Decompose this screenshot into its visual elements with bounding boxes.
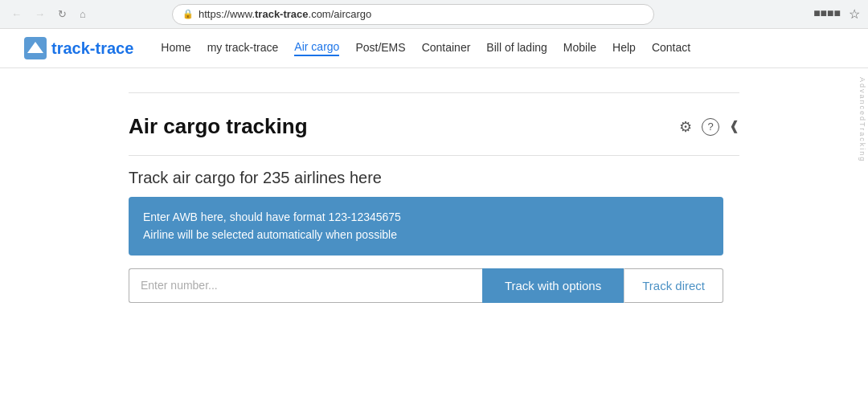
gear-icon[interactable]: ⚙ (679, 118, 692, 136)
bookmark-icon[interactable]: ☆ (849, 6, 860, 22)
browser-chrome: ← → ↻ ⌂ 🔒 https://www.track-trace.com/ai… (0, 0, 868, 29)
nav-help[interactable]: Help (612, 41, 636, 55)
nav-bill-of-lading[interactable]: Bill of lading (486, 41, 547, 55)
info-box: Enter AWB here, should have format 123-1… (129, 197, 723, 256)
forward-button[interactable]: → (31, 6, 48, 22)
nav-my-track-trace[interactable]: my track-trace (207, 41, 279, 55)
tracking-number-input[interactable] (129, 268, 482, 303)
bottom-divider (129, 155, 739, 156)
share-icon[interactable]: ❰ (729, 118, 739, 136)
header-icons: ⚙ ? ❰ (679, 118, 739, 136)
page-title: Air cargo tracking (129, 114, 308, 139)
back-button[interactable]: ← (8, 6, 25, 22)
info-line1: Enter AWB here, should have format 123-1… (143, 208, 709, 226)
nav-air-cargo[interactable]: Air cargo (294, 40, 339, 56)
main-content: Air cargo tracking ⚙ ? ❰ Track air cargo… (104, 68, 764, 319)
home-button[interactable]: ⌂ (76, 6, 89, 22)
nav-container[interactable]: Container (422, 41, 471, 55)
browser-actions: ■■■■ ☆ (813, 6, 860, 22)
page-header: Air cargo tracking ⚙ ? ❰ (129, 101, 739, 147)
track-with-options-button[interactable]: Track with options (482, 268, 624, 303)
logo[interactable]: track-trace (24, 37, 133, 59)
info-line2: Airline will be selected automatically w… (143, 226, 709, 243)
nav-mobile[interactable]: Mobile (563, 41, 596, 55)
shield-lock-icon: 🔒 (182, 9, 194, 19)
navbar: track-trace Home my track-trace Air carg… (0, 29, 868, 68)
address-bar[interactable]: 🔒 https://www.track-trace.com/aircargo (172, 4, 654, 25)
help-icon[interactable]: ? (702, 118, 719, 136)
track-form: Track with options Track direct (129, 268, 723, 303)
extensions-icon[interactable]: ■■■■ (813, 6, 841, 22)
nav-links: Home my track-trace Air cargo Post/EMS C… (161, 40, 844, 56)
subtitle: Track air cargo for 235 airlines here (129, 169, 739, 187)
logo-icon (24, 37, 47, 59)
reload-button[interactable]: ↻ (55, 6, 70, 22)
logo-text: track-trace (51, 39, 133, 58)
nav-post-ems[interactable]: Post/EMS (355, 41, 405, 55)
url-text: https://www.track-trace.com/aircargo (199, 8, 371, 20)
top-divider (129, 92, 739, 93)
nav-home[interactable]: Home (161, 41, 190, 55)
nav-contact[interactable]: Contact (652, 41, 690, 55)
track-direct-button[interactable]: Track direct (624, 268, 723, 303)
side-watermark: AdvancedTracking (857, 72, 868, 167)
